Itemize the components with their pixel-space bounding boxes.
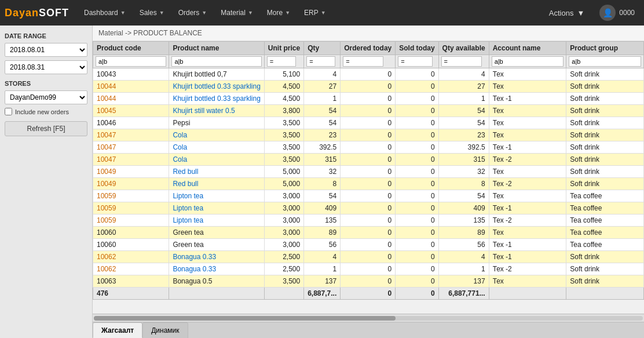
- cell-unit-price: 3,800: [264, 105, 303, 117]
- cell-unit-price: 3,500: [264, 275, 303, 288]
- table-row[interactable]: 10059 Lipton tea 3,000 409 0 0 409 Тех -…: [93, 202, 644, 215]
- filter-product-name[interactable]: [169, 55, 264, 68]
- filter-input-product-name[interactable]: [171, 56, 261, 67]
- cell-qty-available: 8: [438, 178, 489, 190]
- filter-input-unit-price[interactable]: [267, 56, 296, 67]
- chevron-down-icon: ▼: [159, 10, 164, 16]
- cell-product-name: Green tea: [169, 227, 264, 239]
- cell-qty: 4: [304, 251, 341, 263]
- cell-sold-today: 0: [396, 202, 438, 215]
- cell-qty: 409: [304, 202, 341, 215]
- filter-input-ordered-today[interactable]: [343, 56, 383, 67]
- nav-more[interactable]: More ▼: [261, 5, 296, 20]
- cell-qty: 392.5: [304, 141, 341, 154]
- cell-product-code: 10059: [93, 215, 169, 227]
- filter-input-account-name[interactable]: [492, 56, 564, 67]
- table-row[interactable]: 10059 Lipton tea 3,000 54 0 0 54 Тех Tea…: [93, 190, 644, 202]
- cell-product-code: 10045: [93, 105, 169, 117]
- scrollbar-track[interactable]: [94, 316, 643, 321]
- user-area[interactable]: 👤 0000: [595, 2, 639, 23]
- tab-dinamik[interactable]: Динамик: [142, 322, 188, 338]
- cell-qty: 89: [304, 227, 341, 239]
- table-row[interactable]: 10047 Cola 3,500 315 0 0 315 Тех -2 Soft…: [93, 154, 644, 166]
- cell-product-group: Tea coffee: [566, 202, 644, 215]
- cell-ordered-today: 0: [341, 190, 396, 202]
- table-row[interactable]: 10044 Khujirt bottled 0.33 sparkling 4,5…: [93, 93, 644, 105]
- store-select[interactable]: DayanDemo99: [5, 90, 87, 104]
- chevron-down-icon: ▼: [248, 10, 253, 16]
- cell-product-group: Soft drink: [566, 275, 644, 288]
- cell-sold-today: 0: [396, 263, 438, 275]
- table-row[interactable]: 10044 Khujirt bottled 0.33 sparkling 4,5…: [93, 81, 644, 93]
- cell-qty-available: 4: [438, 251, 489, 263]
- cell-ordered-today: 0: [341, 263, 396, 275]
- nav-material[interactable]: Material ▼: [215, 5, 259, 20]
- table-row[interactable]: 10060 Green tea 3,000 89 0 0 89 Тех Tea …: [93, 227, 644, 239]
- cell-sold-today: 0: [396, 215, 438, 227]
- table-row[interactable]: 10047 Cola 3,500 392.5 0 0 392.5 Тех -1 …: [93, 141, 644, 154]
- table-row[interactable]: 10063 Bonagua 0.5 3,500 137 0 0 137 Тех …: [93, 275, 644, 288]
- cell-sold-today: 0: [396, 129, 438, 141]
- cell-product-code: 10046: [93, 117, 169, 129]
- table-row[interactable]: 10059 Lipton tea 3,000 135 0 0 135 Тех -…: [93, 215, 644, 227]
- nav-dashboard[interactable]: Dashboard ▼: [78, 5, 131, 20]
- cell-qty-available: 54: [438, 105, 489, 117]
- table-row[interactable]: 10049 Red bull 5,000 8 0 0 8 Тех -2 Soft…: [93, 178, 644, 190]
- cell-ordered-today: 0: [341, 275, 396, 288]
- date-to-select[interactable]: 2018.08.31: [5, 60, 87, 74]
- nav-orders[interactable]: Orders ▼: [173, 5, 213, 20]
- table-row[interactable]: 10045 Khujirt still water 0.5 3,800 54 0…: [93, 105, 644, 117]
- cell-qty: 1: [304, 263, 341, 275]
- filter-qty-available[interactable]: [438, 55, 489, 68]
- cell-product-code: 10063: [93, 275, 169, 288]
- filter-qty[interactable]: [304, 55, 341, 68]
- cell-ordered-today: 0: [341, 141, 396, 154]
- cell-product-group: Tea coffee: [566, 227, 644, 239]
- scrollbar-thumb[interactable]: [94, 316, 396, 321]
- include-new-orders-checkbox[interactable]: [5, 108, 12, 115]
- filter-unit-price[interactable]: [264, 55, 303, 68]
- nav-erp[interactable]: ERP ▼: [298, 5, 332, 20]
- filter-input-qty[interactable]: [306, 56, 335, 67]
- cell-unit-price: 3,500: [264, 117, 303, 129]
- nav-sales[interactable]: Sales ▼: [134, 5, 170, 20]
- cell-product-name: Khujirt bottled 0,7: [169, 68, 264, 81]
- cell-qty: 315: [304, 154, 341, 166]
- filter-product-code[interactable]: [93, 55, 169, 68]
- cell-sold-today: 0: [396, 275, 438, 288]
- filter-product-group[interactable]: [566, 55, 644, 68]
- cell-unit-price: 4,500: [264, 81, 303, 93]
- cell-sold-today: 0: [396, 166, 438, 178]
- table-container[interactable]: Product code Product name Unit price Qty…: [93, 41, 644, 314]
- date-from-select[interactable]: 2018.08.01: [5, 43, 87, 57]
- cell-qty: 4: [304, 68, 341, 81]
- table-row[interactable]: 10062 Bonagua 0.33 2,500 1 0 0 1 Тех -2 …: [93, 263, 644, 275]
- horizontal-scrollbar[interactable]: [93, 314, 644, 322]
- cell-unit-price: 3,000: [264, 202, 303, 215]
- filter-input-product-code[interactable]: [96, 56, 166, 67]
- filter-sold-today[interactable]: [396, 55, 438, 68]
- filter-input-qty-available[interactable]: [441, 56, 482, 67]
- cell-sold-today: 0: [396, 154, 438, 166]
- cell-product-code: 10049: [93, 178, 169, 190]
- actions-button[interactable]: Actions ▼: [541, 5, 593, 21]
- col-product-code: Product code: [93, 42, 169, 55]
- table-row[interactable]: 10047 Cola 3,500 23 0 0 23 Тех Soft drin…: [93, 129, 644, 141]
- table-row[interactable]: 10046 Pepsi 3,500 54 0 0 54 Тех Soft dri…: [93, 117, 644, 129]
- filter-account-name[interactable]: [489, 55, 566, 68]
- filter-input-product-group[interactable]: [569, 56, 641, 67]
- cell-qty-available: 56: [438, 239, 489, 251]
- refresh-button[interactable]: Refresh [F5]: [5, 121, 87, 136]
- table-row[interactable]: 10049 Red bull 5,000 32 0 0 32 Тех Soft …: [93, 166, 644, 178]
- table-row[interactable]: 10060 Green tea 3,000 56 0 0 56 Тех -1 T…: [93, 239, 644, 251]
- table-body: 10043 Khujirt bottled 0,7 5,100 4 0 0 4 …: [93, 68, 644, 300]
- filter-input-sold-today[interactable]: [398, 56, 433, 67]
- cell-product-code: 10047: [93, 154, 169, 166]
- table-row[interactable]: 10062 Bonagua 0.33 2,500 4 0 0 4 Тех -1 …: [93, 251, 644, 263]
- cell-qty-available: 32: [438, 166, 489, 178]
- cell-ordered-today: 0: [341, 81, 396, 93]
- table-row[interactable]: 10043 Khujirt bottled 0,7 5,100 4 0 0 4 …: [93, 68, 644, 81]
- filter-ordered-today[interactable]: [341, 55, 396, 68]
- cell-qty: 23: [304, 129, 341, 141]
- tab-jagasaalt[interactable]: Жагсаалт: [93, 322, 142, 338]
